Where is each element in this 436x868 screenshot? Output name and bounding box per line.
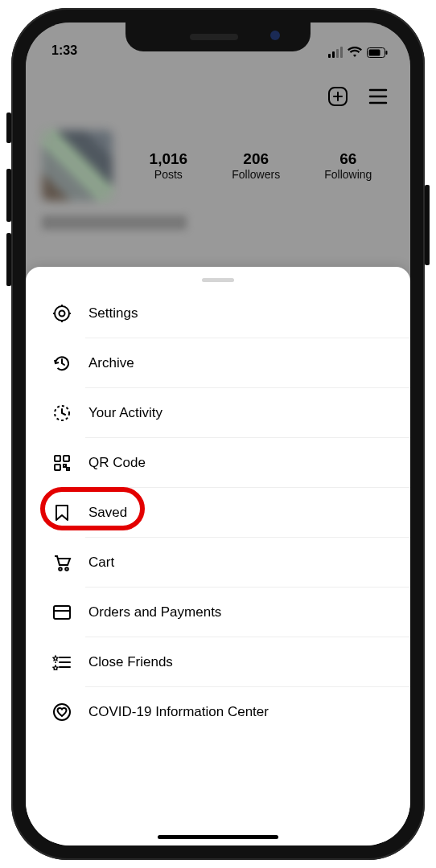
svg-point-17 xyxy=(65,567,68,571)
cart-icon xyxy=(51,552,72,573)
menu-item-covid[interactable]: COVID-19 Information Center xyxy=(26,687,410,737)
profile-name-redacted xyxy=(42,215,187,230)
svg-rect-14 xyxy=(64,465,66,467)
phone-screen: 1:33 xyxy=(26,23,410,845)
menu-item-label: Settings xyxy=(88,305,138,321)
svg-rect-1 xyxy=(369,49,380,55)
menu-item-activity[interactable]: Your Activity xyxy=(26,388,410,438)
menu-item-label: Orders and Payments xyxy=(88,604,221,620)
profile-header: 1,016 Posts 206 Followers 66 Following xyxy=(26,61,410,230)
heart-circle-icon xyxy=(51,702,72,723)
phone-frame: 1:33 xyxy=(11,8,425,860)
stat-followers[interactable]: 206 Followers xyxy=(232,150,280,181)
cellular-signal-icon xyxy=(328,47,343,58)
settings-bottom-sheet: Settings Archive Your Activity xyxy=(26,267,410,845)
svg-point-16 xyxy=(59,567,62,571)
menu-item-label: COVID-19 Information Center xyxy=(88,704,269,720)
notch xyxy=(125,23,311,51)
svg-point-5 xyxy=(60,311,65,317)
activity-icon xyxy=(51,403,72,424)
list-star-icon xyxy=(51,652,72,673)
battery-icon xyxy=(367,47,388,58)
menu-item-settings[interactable]: Settings xyxy=(26,289,410,338)
posts-count: 1,016 xyxy=(150,150,188,168)
menu-item-label: QR Code xyxy=(88,455,146,471)
avatar[interactable] xyxy=(42,130,113,201)
menu-item-label: Your Activity xyxy=(88,405,162,421)
history-icon xyxy=(51,353,72,374)
following-label: Following xyxy=(324,168,372,181)
svg-point-24 xyxy=(54,704,70,720)
svg-rect-15 xyxy=(67,468,69,470)
gear-icon xyxy=(51,303,72,324)
followers-count: 206 xyxy=(232,150,280,168)
menu-item-archive[interactable]: Archive xyxy=(26,338,410,388)
menu-item-orders[interactable]: Orders and Payments xyxy=(26,588,410,637)
power-button xyxy=(425,185,430,265)
menu-item-label: Cart xyxy=(88,555,114,571)
svg-rect-12 xyxy=(64,456,69,461)
menu-item-qrcode[interactable]: QR Code xyxy=(26,438,410,488)
svg-rect-18 xyxy=(54,606,70,619)
menu-item-label: Saved xyxy=(88,505,127,521)
card-icon xyxy=(51,602,72,623)
svg-rect-11 xyxy=(55,456,60,461)
menu-item-close-friends[interactable]: Close Friends xyxy=(26,637,410,687)
qrcode-icon xyxy=(51,452,72,473)
status-time: 1:33 xyxy=(51,43,77,58)
menu-item-cart[interactable]: Cart xyxy=(26,538,410,588)
wifi-icon xyxy=(348,47,362,58)
svg-point-4 xyxy=(55,306,69,321)
stat-following[interactable]: 66 Following xyxy=(324,150,372,181)
svg-rect-13 xyxy=(55,465,60,470)
followers-label: Followers xyxy=(232,168,280,181)
home-indicator[interactable] xyxy=(158,835,278,839)
svg-point-23 xyxy=(55,661,56,663)
menu-item-label: Close Friends xyxy=(88,654,173,670)
posts-label: Posts xyxy=(150,168,188,181)
menu-item-label: Archive xyxy=(88,355,134,371)
following-count: 66 xyxy=(324,150,372,168)
menu-item-saved[interactable]: Saved xyxy=(26,488,410,538)
bookmark-icon xyxy=(51,502,72,523)
create-button[interactable] xyxy=(327,85,349,108)
menu-button[interactable] xyxy=(367,85,389,108)
sheet-grabber[interactable] xyxy=(202,278,234,282)
svg-rect-2 xyxy=(386,51,388,55)
stat-posts[interactable]: 1,016 Posts xyxy=(150,150,188,181)
